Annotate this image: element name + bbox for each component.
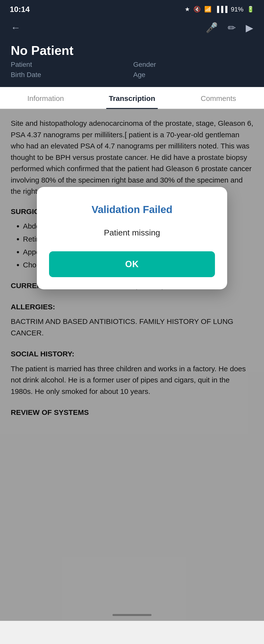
tabs-bar: Information Transcription Comments [0,87,264,109]
top-navigation: ← 🎤 ✏ ▶ [0,17,264,41]
modal-message: Patient missing [104,226,160,239]
validation-failed-modal: Validation Failed Patient missing OK [37,187,227,289]
wifi-icon: 📶 [204,6,211,13]
patient-label: Patient [11,61,131,68]
mute-icon: 🔇 [193,6,201,13]
edit-button[interactable]: ✏ [228,22,236,34]
status-time: 10:14 [10,5,30,14]
battery-level: 91% [231,6,243,13]
bluetooth-icon: ★ [185,6,190,13]
modal-overlay: Validation Failed Patient missing OK [0,109,264,621]
patient-name: No Patient [11,43,253,58]
battery-icon: 🔋 [247,6,254,13]
signal-icon: ▐▐▐ [215,6,227,13]
patient-meta: Patient Gender Birth Date Age [11,61,253,79]
tab-transcription[interactable]: Transcription [89,87,175,108]
tab-information[interactable]: Information [3,87,89,108]
back-button[interactable]: ← [11,22,21,33]
age-label: Age [133,71,253,79]
birth-date-label: Birth Date [11,71,131,79]
gender-label: Gender [133,61,253,68]
status-bar: 10:14 ★ 🔇 📶 ▐▐▐ 91% 🔋 [0,0,264,17]
modal-title: Validation Failed [92,202,172,218]
send-button[interactable]: ▶ [246,22,253,34]
content-area: Site and histopathology adenocarcinoma o… [0,109,264,621]
nav-right-icons: 🎤 ✏ ▶ [206,22,253,34]
status-icons: ★ 🔇 📶 ▐▐▐ 91% 🔋 [185,6,254,13]
tab-comments[interactable]: Comments [175,87,261,108]
mic-button[interactable]: 🎤 [206,22,218,34]
patient-header: No Patient Patient Gender Birth Date Age [0,41,264,87]
modal-ok-button[interactable]: OK [49,251,215,277]
